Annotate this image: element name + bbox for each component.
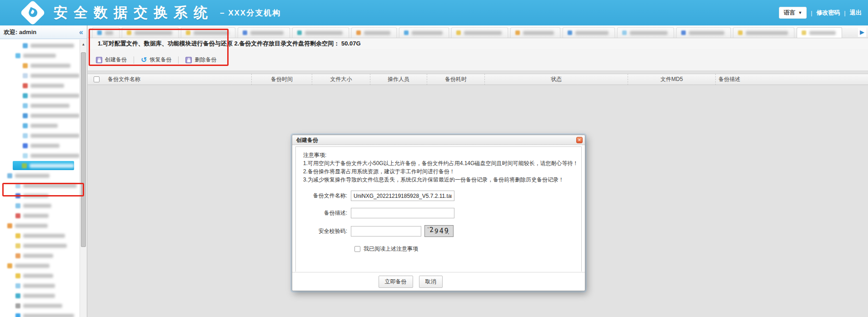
- tree-node-icon: [22, 163, 27, 168]
- column-header[interactable]: 备份时间: [251, 74, 312, 85]
- sidebar-item[interactable]: [0, 91, 80, 101]
- tree-node-icon: [23, 93, 28, 98]
- blurred-label: [30, 74, 80, 78]
- captcha-image[interactable]: 2949: [424, 225, 454, 237]
- tab[interactable]: [292, 27, 349, 38]
- description-label: 备份描述:: [303, 209, 351, 217]
- filename-input[interactable]: [351, 191, 454, 201]
- description-input[interactable]: [351, 208, 454, 218]
- tree-node-icon: [15, 193, 20, 198]
- backup-now-button[interactable]: 立即备份: [379, 276, 413, 288]
- tab[interactable]: [510, 27, 560, 38]
- tab-icon: [738, 30, 743, 35]
- restore-backup-label: 恢复备份: [150, 56, 171, 64]
- sidebar-item[interactable]: [0, 251, 80, 261]
- tab-active[interactable]: [797, 27, 842, 38]
- sidebar-item[interactable]: [0, 121, 80, 131]
- sidebar-item[interactable]: [0, 141, 80, 151]
- blurred-label: [575, 31, 609, 35]
- close-icon[interactable]: ✕: [576, 137, 583, 143]
- blurred-label: [412, 31, 443, 35]
- sidebar-item[interactable]: [0, 40, 80, 50]
- logout-link[interactable]: 退出: [850, 9, 862, 17]
- sidebar-item[interactable]: [0, 271, 80, 281]
- change-password-link[interactable]: 修改密码: [817, 9, 840, 17]
- select-all-checkbox-cell: [88, 74, 105, 85]
- blurred-label: [30, 44, 74, 48]
- tab[interactable]: [92, 27, 120, 38]
- sidebar-item[interactable]: [0, 241, 80, 251]
- column-header[interactable]: 状态: [484, 74, 628, 85]
- blurred-label: [23, 284, 55, 288]
- sidebar-item[interactable]: [0, 301, 80, 311]
- header-separator: |: [844, 10, 846, 16]
- sidebar-item[interactable]: [0, 221, 80, 231]
- tab[interactable]: [676, 27, 731, 38]
- tree-node-icon: [23, 143, 28, 148]
- tab-icon: [802, 30, 806, 35]
- sidebar-item[interactable]: [0, 101, 80, 111]
- tab[interactable]: [122, 27, 179, 38]
- sidebar-item[interactable]: [0, 131, 80, 141]
- tab[interactable]: [399, 27, 449, 38]
- notes-section: 注意事项: 1.可用空间大于备份文件大小50G以上允许备份，备份文件约占用4.1…: [303, 151, 574, 184]
- sidebar-item[interactable]: [0, 191, 80, 201]
- captcha-input[interactable]: [351, 226, 421, 236]
- sidebar-item[interactable]: [0, 50, 80, 60]
- column-header[interactable]: 文件MD5: [628, 74, 715, 85]
- sidebar-item[interactable]: [0, 81, 80, 91]
- blurred-label: [23, 204, 51, 208]
- delete-backup-button[interactable]: 删除备份: [185, 56, 216, 64]
- sidebar-item[interactable]: [0, 151, 80, 161]
- sidebar-scrollbar[interactable]: ▲: [80, 40, 87, 317]
- sidebar-item[interactable]: [0, 311, 80, 317]
- restore-backup-button[interactable]: ↺ 恢复备份: [141, 56, 171, 64]
- tab[interactable]: [733, 27, 794, 38]
- tab[interactable]: [238, 27, 290, 38]
- tab[interactable]: [351, 27, 397, 38]
- blurred-label: [23, 314, 74, 317]
- sidebar-item[interactable]: [0, 281, 80, 291]
- table-header-row: 备份文件名称备份时间文件大小操作人员备份耗时状态文件MD5备份描述: [88, 74, 868, 85]
- cancel-button[interactable]: 取消: [419, 276, 443, 288]
- sidebar-item[interactable]: [0, 171, 80, 181]
- tree-node-icon: [23, 113, 28, 118]
- tab[interactable]: [181, 27, 235, 38]
- create-backup-button[interactable]: 创建备份: [96, 56, 127, 64]
- sidebar-item-selected[interactable]: [13, 161, 74, 170]
- sidebar-item[interactable]: [0, 60, 80, 70]
- captcha-digit: 9: [434, 227, 439, 235]
- toolbar-divider: [134, 56, 134, 64]
- scroll-up-icon[interactable]: ▲: [80, 42, 87, 46]
- tab[interactable]: [563, 27, 615, 38]
- blurred-label: [30, 134, 80, 138]
- sidebar-item[interactable]: [0, 231, 80, 241]
- sidebar-item[interactable]: [0, 211, 80, 221]
- column-header[interactable]: 备份耗时: [427, 74, 484, 85]
- note-line: 3.为减少恢复操作导致的文件信息丢失，系统仅允许保留最近的一份备份记录，备份前将…: [303, 176, 574, 184]
- sidebar-item[interactable]: [0, 111, 80, 121]
- sidebar-item[interactable]: [0, 261, 80, 271]
- column-header[interactable]: 备份文件名称: [105, 74, 251, 85]
- tab[interactable]: [451, 27, 508, 38]
- blurred-label: [250, 31, 284, 35]
- sidebar-collapse-icon[interactable]: «: [79, 29, 83, 36]
- sidebar-item[interactable]: [0, 181, 80, 191]
- sidebar-item[interactable]: [0, 70, 80, 81]
- sidebar-item[interactable]: [0, 291, 80, 301]
- note-line: 1.可用空间大于备份文件大小50G以上允许备份，备份文件约占用4.14G磁盘空间…: [303, 159, 574, 167]
- toolbar: 创建备份 ↺ 恢复备份 删除备份: [88, 49, 868, 71]
- tree-node-icon: [23, 43, 28, 48]
- tab-scroll-right-icon[interactable]: ▶: [858, 28, 866, 37]
- agree-checkbox[interactable]: [354, 246, 360, 252]
- blurred-label: [30, 64, 70, 68]
- column-header[interactable]: 备份描述: [715, 74, 868, 85]
- sidebar-item[interactable]: [0, 201, 80, 211]
- scrollbar-thumb[interactable]: [81, 52, 86, 247]
- delete-backup-label: 删除备份: [195, 56, 216, 64]
- column-header[interactable]: 文件大小: [312, 74, 370, 85]
- language-dropdown[interactable]: 语言 ▼: [779, 7, 807, 19]
- select-all-checkbox[interactable]: [94, 76, 100, 82]
- column-header[interactable]: 操作人员: [370, 74, 427, 85]
- tab[interactable]: [617, 27, 674, 38]
